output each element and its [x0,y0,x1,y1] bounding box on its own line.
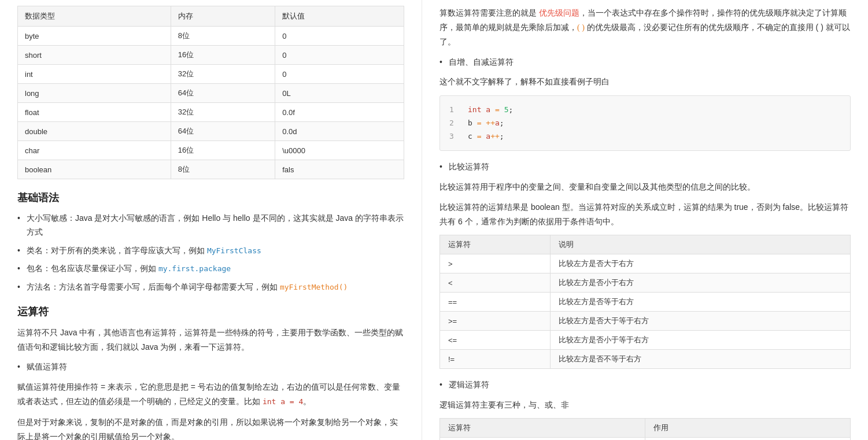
assign-para1: 赋值运算符使用操作符 = 来表示，它的意思是把 = 号右边的值复制给左边，右边的… [17,380,404,409]
compare-col-op: 运算符 [440,235,551,254]
table-row: <比较左方是否小于右方 [440,273,851,293]
incr-bullet-list: 自增、自减运算符 [439,56,851,69]
compare-para2: 比较运算符的运算结果是 boolean 型。当运算符对应的关系成立时，运算的结果… [439,200,851,229]
col-header-memory: 内存 [171,6,275,27]
table-row: <=比较左方是否小于等于右方 [440,331,851,350]
compare-para1: 比较运算符用于程序中的变量之间、变量和自变量之间以及其他类型的信息之间的比较。 [439,180,851,194]
compare-table: 运算符 说明 >比较左方是否大于右方<比较左方是否小于右方==比较左方是否等于右… [439,235,851,369]
operator-heading: 运算符 [17,305,404,319]
table-row: >比较左方是否大于右方 [440,254,851,273]
list-item: 大小写敏感：Java 是对大小写敏感的语言，例如 Hello 与 hello 是… [17,212,404,239]
assign-bullet: 赋值运算符 [17,360,404,374]
table-row: &&短路与 [440,438,851,440]
table-row: int32位0 [18,65,404,84]
priority-highlight: 优先级问题 [539,8,579,17]
table-row: boolean8位fals [18,160,404,179]
logic-bullet-list: 逻辑运算符 [439,378,851,392]
logic-bullet: 逻辑运算符 [439,378,851,392]
left-panel: 数据类型 内存 默认值 byte8位0short16位0int32位0long6… [0,0,422,440]
incr-intro: 这个就不文字解释了，解释不如直接看例子明白 [439,75,851,89]
table-row: ==比较左方是否等于右方 [440,293,851,312]
code-line-1: 1 int a = 5; [449,103,841,116]
compare-bullet-list: 比较运算符 [439,160,851,174]
compare-col-desc: 说明 [550,235,850,254]
code-MyFirstClass: MyFirstClass [207,246,261,255]
code-method: myFirstMethod() [280,283,348,291]
code-package: my.first.package [158,264,231,273]
assign-code: int a = 4 [263,397,303,406]
arith-priority-para: 算数运算符需要注意的就是 优先级问题，当一个表达式中存在多个操作符时，操作符的优… [439,6,851,50]
logic-table: 运算符 作用 &&短路与||短路或!逻辑非 [439,418,851,440]
list-item: 方法名：方法名首字母需要小写，后面每个单词字母都需要大写，例如 myFirstM… [17,280,404,294]
logic-col-action: 作用 [645,419,851,438]
data-type-table: 数据类型 内存 默认值 byte8位0short16位0int32位0long6… [17,6,404,179]
operator-intro: 运算符不只 Java 中有，其他语言也有运算符，运算符是一些特殊的符号，主要用于… [17,326,404,354]
assign-bullet-list: 赋值运算符 [17,360,404,374]
logic-col-op: 运算符 [440,419,645,438]
assign-para2: 但是对于对象来说，复制的不是对象的值，而是对象的引用，所以如果说将一个对象复制给… [17,415,404,440]
compare-bullet: 比较运算符 [439,160,851,174]
col-header-default: 默认值 [275,6,404,27]
syntax-heading: 基础语法 [17,191,404,205]
paren-symbol: ( ) [577,23,585,32]
list-item: 类名：对于所有的类来说，首字母应该大写，例如 MyFirstClass [17,244,404,258]
table-row: >=比较左方是否大于等于右方 [440,312,851,331]
table-row: char16位\u0000 [18,141,404,160]
code-block: 1 int a = 5; 2 b = ++a; 3 c = a++; [439,95,851,151]
table-row: double64位0.0d [18,122,404,141]
table-row: byte8位0 [18,27,404,46]
code-line-2: 2 b = ++a; [449,116,841,130]
syntax-list: 大小写敏感：Java 是对大小写敏感的语言，例如 Hello 与 hello 是… [17,212,404,294]
list-item: 包名：包名应该尽量保证小写，例如 my.first.package [17,262,404,276]
code-line-3: 3 c = a++; [449,130,841,143]
table-row: long64位0L [18,84,404,103]
right-panel: 算数运算符需要注意的就是 优先级问题，当一个表达式中存在多个操作符时，操作符的优… [422,0,868,440]
col-header-type: 数据类型 [18,6,171,27]
logic-intro: 逻辑运算符主要有三种，与、或、非 [439,398,851,412]
table-row: short16位0 [18,46,404,65]
table-row: float32位0.0f [18,103,404,122]
incr-bullet: 自增、自减运算符 [439,56,851,69]
table-row: !=比较左方是否不等于右方 [440,350,851,369]
